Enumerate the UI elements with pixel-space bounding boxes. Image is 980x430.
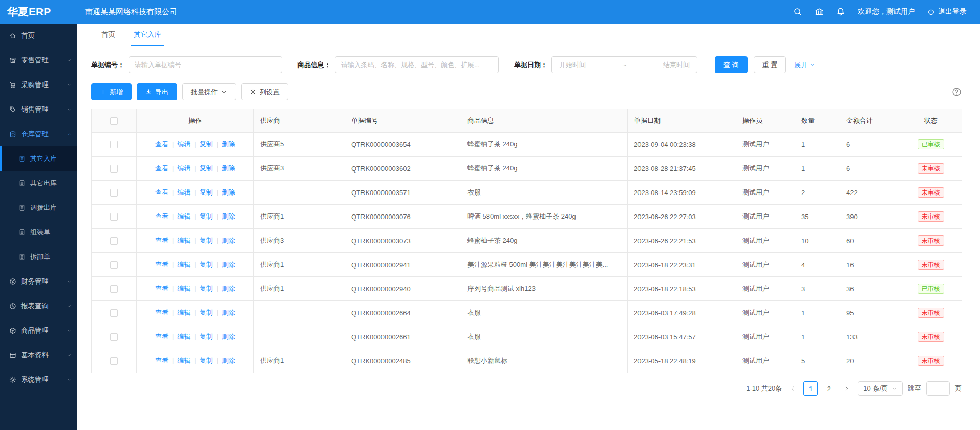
tab-other-inbound[interactable]: 其它入库 [124,24,171,46]
edit-link[interactable]: 编辑 [177,164,190,172]
jump-label: 跳至 [908,384,921,393]
row-checkbox[interactable] [110,213,118,221]
row-checkbox[interactable] [110,357,118,365]
sidebar-item-home[interactable]: 首页 [0,24,77,48]
sidebar-item-retail[interactable]: 零售管理 [0,48,77,73]
copy-link[interactable]: 复制 [200,236,213,244]
sidebar-item-other-inbound[interactable]: 其它入库 [0,146,77,171]
bell-icon[interactable] [836,7,845,16]
sidebar-item-basic-data[interactable]: 基本资料 [0,343,77,368]
column-settings-button[interactable]: 列设置 [241,83,288,100]
delete-link[interactable]: 删除 [222,357,235,364]
view-link[interactable]: 查看 [155,212,168,220]
copy-link[interactable]: 复制 [200,188,213,196]
logout-button[interactable]: 退出登录 [927,7,967,16]
sidebar-item-sales[interactable]: 销售管理 [0,97,77,122]
product-input[interactable] [335,56,499,73]
row-checkbox[interactable] [110,261,118,269]
page-size-select[interactable]: 10 条/页 [858,381,903,396]
cell-product: 联想小新鼠标 [461,349,628,373]
delete-link[interactable]: 删除 [222,285,235,292]
cell-doc-no: QTRK00000003654 [345,133,461,157]
doc-no-input[interactable] [129,56,282,73]
batch-actions-button[interactable]: 批量操作 [182,83,236,100]
expand-link[interactable]: 展开 [794,60,815,70]
app-logo[interactable]: 华夏ERP [0,5,77,19]
sidebar-item-goods[interactable]: 商品管理 [0,318,77,343]
edit-link[interactable]: 编辑 [177,140,190,148]
date-end-placeholder[interactable]: 结束时间 [663,60,690,70]
edit-link[interactable]: 编辑 [177,261,190,268]
prev-page-button[interactable] [787,383,798,394]
sidebar-item-other-outbound[interactable]: 其它出库 [0,171,77,196]
tab-home[interactable]: 首页 [92,24,124,46]
export-button[interactable]: 导出 [137,83,177,100]
reset-button[interactable]: 重 置 [754,56,786,73]
delete-link[interactable]: 删除 [222,212,235,220]
sidebar-item-purchase[interactable]: 采购管理 [0,73,77,97]
date-range-picker[interactable]: 开始时间 ~ 结束时间 [551,56,697,73]
view-link[interactable]: 查看 [155,140,168,148]
edit-link[interactable]: 编辑 [177,309,190,316]
view-link[interactable]: 查看 [155,309,168,316]
view-link[interactable]: 查看 [155,236,168,244]
delete-link[interactable]: 删除 [222,236,235,244]
copy-link[interactable]: 复制 [200,333,213,340]
delete-link[interactable]: 删除 [222,188,235,196]
delete-link[interactable]: 删除 [222,309,235,316]
edit-link[interactable]: 编辑 [177,333,190,340]
help-icon[interactable] [952,87,962,97]
edit-link[interactable]: 编辑 [177,285,190,292]
sidebar-item-system[interactable]: 系统管理 [0,368,77,392]
sidebar-item-assembly-order[interactable]: 组装单 [0,220,77,245]
delete-link[interactable]: 删除 [222,333,235,340]
view-link[interactable]: 查看 [155,285,168,292]
view-link[interactable]: 查看 [155,333,168,340]
row-checkbox[interactable] [110,285,118,293]
row-checkbox[interactable] [110,309,118,317]
delete-link[interactable]: 删除 [222,261,235,268]
copy-link[interactable]: 复制 [200,261,213,268]
col-date: 单据日期 [628,109,736,133]
doc-icon [18,253,26,261]
row-checkbox[interactable] [110,141,118,148]
bank-icon[interactable] [815,7,824,16]
view-link[interactable]: 查看 [155,357,168,364]
search-icon[interactable] [793,7,802,16]
page-2-button[interactable]: 2 [822,381,836,396]
sidebar-item-reports[interactable]: 报表查询 [0,294,77,318]
copy-link[interactable]: 复制 [200,309,213,316]
row-checkbox[interactable] [110,333,118,341]
copy-link[interactable]: 复制 [200,164,213,172]
view-link[interactable]: 查看 [155,261,168,268]
row-checkbox[interactable] [110,237,118,245]
view-link[interactable]: 查看 [155,164,168,172]
next-page-button[interactable] [841,383,853,394]
copy-link[interactable]: 复制 [200,285,213,292]
delete-link[interactable]: 删除 [222,164,235,172]
edit-link[interactable]: 编辑 [177,357,190,364]
search-button[interactable]: 查 询 [715,56,748,73]
row-checkbox[interactable] [110,189,118,197]
delete-link[interactable]: 删除 [222,140,235,148]
edit-link[interactable]: 编辑 [177,212,190,220]
sidebar-item-disassembly-order[interactable]: 拆卸单 [0,245,77,269]
edit-link[interactable]: 编辑 [177,236,190,244]
sidebar-item-transfer-outbound[interactable]: 调拨出库 [0,196,77,220]
select-all-checkbox[interactable] [110,117,118,125]
edit-link[interactable]: 编辑 [177,188,190,196]
copy-link[interactable]: 复制 [200,140,213,148]
copy-link[interactable]: 复制 [200,212,213,220]
view-link[interactable]: 查看 [155,188,168,196]
copy-link[interactable]: 复制 [200,357,213,364]
welcome-user-text[interactable]: 欢迎您，测试用户 [858,7,915,16]
jump-page-input[interactable] [926,381,950,396]
page-1-button[interactable]: 1 [803,381,818,396]
cell-qty: 5 [795,349,840,373]
add-button[interactable]: 新增 [91,83,132,100]
sidebar-menu: 首页零售管理采购管理销售管理仓库管理其它入库其它出库调拨出库组装单拆卸单财务管理… [0,24,77,392]
date-start-placeholder[interactable]: 开始时间 [559,60,586,70]
sidebar-item-finance[interactable]: 财务管理 [0,269,77,294]
sidebar-item-warehouse[interactable]: 仓库管理 [0,122,77,146]
row-checkbox[interactable] [110,165,118,173]
